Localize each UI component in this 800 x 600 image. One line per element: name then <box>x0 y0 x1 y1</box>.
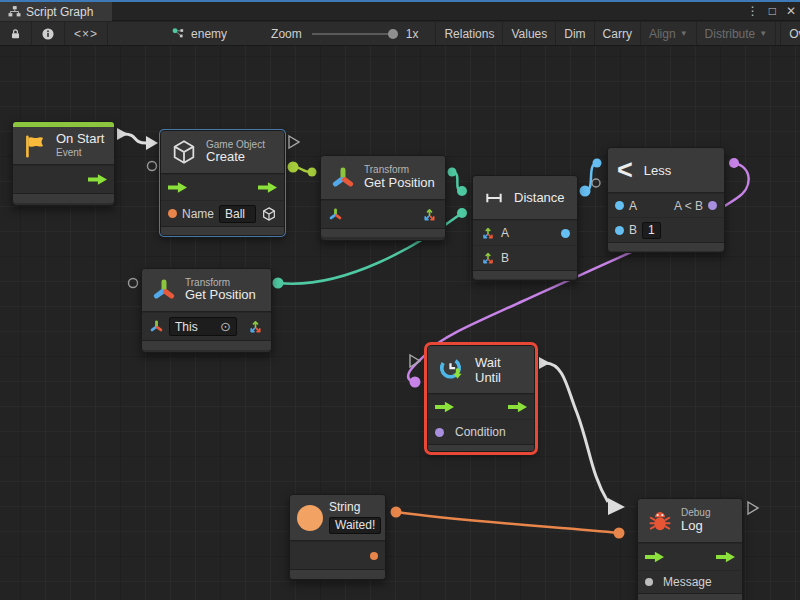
node-get-position-2[interactable]: Transform Get Position This ⊙ <box>141 268 272 353</box>
window-close-icon[interactable]: ✕ <box>786 4 796 18</box>
node-less[interactable]: < Less A A < B B 1 <box>607 147 725 253</box>
vector3-in-port-icon[interactable] <box>480 225 496 241</box>
condition-port[interactable] <box>435 428 444 437</box>
flow-in-port[interactable] <box>645 551 664 563</box>
flag-icon <box>22 133 48 159</box>
socket-less-b[interactable] <box>592 179 600 187</box>
wait-clock-icon <box>437 355 467 385</box>
output-label: A < B <box>674 199 703 213</box>
zoom-control: Zoom 1x <box>262 22 427 45</box>
target-field[interactable]: This ⊙ <box>169 317 237 336</box>
socket-getposition2-target[interactable] <box>129 279 138 288</box>
wire-distance-to-less-a <box>580 159 602 197</box>
message-port[interactable] <box>645 578 653 586</box>
lock-button[interactable] <box>0 22 32 45</box>
bug-icon <box>647 508 673 534</box>
socket-log-flow-out[interactable] <box>748 502 758 514</box>
node-title: Get Position <box>185 288 256 303</box>
name-field[interactable]: Ball <box>219 205 256 223</box>
node-string-literal[interactable]: String Waited! <box>289 494 386 580</box>
code-view-button[interactable]: <×> <box>65 22 108 45</box>
node-wait-until[interactable]: Wait Until Condition <box>427 345 535 452</box>
port-label: B <box>629 223 637 237</box>
tab-script-graph[interactable]: Script Graph <box>0 2 112 21</box>
zoom-slider[interactable] <box>312 33 396 35</box>
node-title: Create <box>206 150 265 165</box>
flow-out-port[interactable] <box>508 401 527 413</box>
values-button[interactable]: Values <box>503 22 556 45</box>
window-menu-icon[interactable]: ⋮ <box>747 4 759 18</box>
flow-out-port[interactable] <box>258 182 277 194</box>
transform-in-port-icon[interactable] <box>149 319 164 334</box>
gameobject-out-port-icon[interactable] <box>261 206 277 222</box>
transform-in-port-icon[interactable] <box>328 207 343 222</box>
object-picker-icon[interactable]: ⊙ <box>220 320 231 333</box>
overview-button[interactable]: Overview <box>780 22 800 45</box>
code-view-icon: <×> <box>74 27 98 41</box>
node-title: On Start <box>56 132 104 147</box>
transform-icon <box>151 277 177 303</box>
node-title: Distance <box>514 190 565 205</box>
node-on-start-event[interactable]: On Start Event <box>12 121 115 206</box>
chevron-down-icon: ▼ <box>759 29 767 38</box>
window-maximize-icon[interactable]: □ <box>769 4 776 18</box>
vector3-out-port-icon[interactable] <box>421 206 438 223</box>
distribute-dropdown[interactable]: Distribute▼ <box>697 22 777 45</box>
socket-create-name[interactable] <box>148 162 157 171</box>
graph-asset-icon <box>171 27 185 40</box>
unity-script-graph-window: Script Graph ⋮ □ ✕ <×> <box>0 0 800 600</box>
graph-name: enemy <box>191 27 227 41</box>
relations-button[interactable]: Relations <box>435 22 503 45</box>
flow-in-port[interactable] <box>435 401 454 413</box>
title-bar: Script Graph ⋮ □ ✕ <box>0 0 800 21</box>
cube-icon <box>170 138 198 166</box>
b-value-field[interactable]: 1 <box>642 222 661 239</box>
port-label: Message <box>663 575 712 589</box>
node-title: Less <box>644 163 671 178</box>
wire-getposition1-to-distance-a <box>448 168 468 197</box>
zoom-label: Zoom <box>271 27 302 41</box>
node-gameobject-create[interactable]: Game Object Create Name Ball <box>160 130 285 236</box>
zoom-slider-handle[interactable] <box>388 29 398 39</box>
align-dropdown[interactable]: Align▼ <box>641 22 697 45</box>
vector3-out-port-icon[interactable] <box>247 318 264 335</box>
node-debug-log[interactable]: Debug Log Message <box>637 498 743 600</box>
graph-canvas[interactable]: On Start Event Game Object Create <box>0 46 800 600</box>
string-out-port[interactable] <box>370 552 378 560</box>
graph-breadcrumb[interactable]: enemy <box>162 22 236 45</box>
wire-waituntil-to-log <box>539 357 625 515</box>
b-port[interactable] <box>615 226 624 235</box>
string-icon <box>297 505 323 531</box>
dim-button[interactable]: Dim <box>556 22 594 45</box>
wire-string-to-log-message <box>391 507 625 539</box>
inspect-button[interactable] <box>32 22 65 45</box>
node-get-position-1[interactable]: Transform Get Position <box>320 155 446 241</box>
flow-out-port[interactable] <box>88 174 107 186</box>
info-icon <box>41 27 55 41</box>
focused-window-accent <box>0 0 800 2</box>
flow-out-port[interactable] <box>716 551 735 563</box>
string-value-field[interactable]: Waited! <box>329 517 381 534</box>
distance-out-port[interactable] <box>561 229 570 238</box>
graph-toolbar: <×> enemy Zoom 1x Relations Values Dim C… <box>0 22 800 46</box>
tab-title: Script Graph <box>26 5 93 19</box>
vector3-in-port-icon[interactable] <box>480 250 496 266</box>
port-label: A <box>629 199 637 213</box>
name-port[interactable] <box>168 209 177 218</box>
socket-create-flow-out[interactable] <box>289 136 299 148</box>
node-title: String <box>329 501 381 515</box>
a-port[interactable] <box>615 201 624 210</box>
node-title: Log <box>681 519 710 534</box>
port-label: A <box>501 226 509 240</box>
wire-onstart-to-create <box>117 128 158 150</box>
chevron-down-icon: ▼ <box>680 29 688 38</box>
result-port[interactable] <box>708 201 717 210</box>
node-title: Wait Until <box>475 355 525 385</box>
flow-in-port[interactable] <box>168 182 187 194</box>
port-label: Condition <box>455 425 506 439</box>
less-icon: < <box>617 157 633 184</box>
node-distance[interactable]: Distance A B <box>472 175 578 281</box>
carry-button[interactable]: Carry <box>595 22 641 45</box>
lock-icon <box>9 27 22 41</box>
zoom-value: 1x <box>406 27 419 41</box>
